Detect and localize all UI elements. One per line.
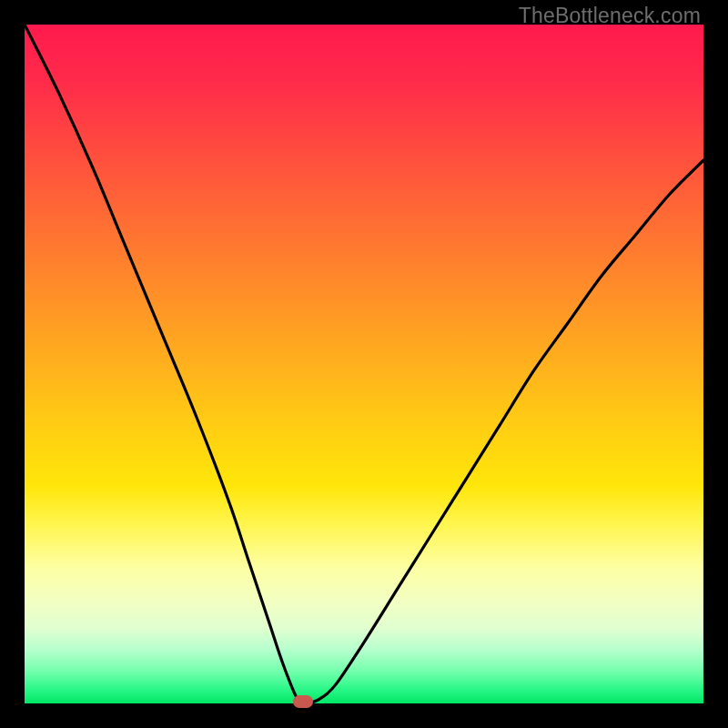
- optimum-marker: [293, 695, 313, 708]
- curve-path: [25, 25, 703, 703]
- chart-frame: TheBottleneck.com: [0, 0, 728, 728]
- plot-area: [25, 25, 703, 703]
- bottleneck-curve: [25, 25, 703, 703]
